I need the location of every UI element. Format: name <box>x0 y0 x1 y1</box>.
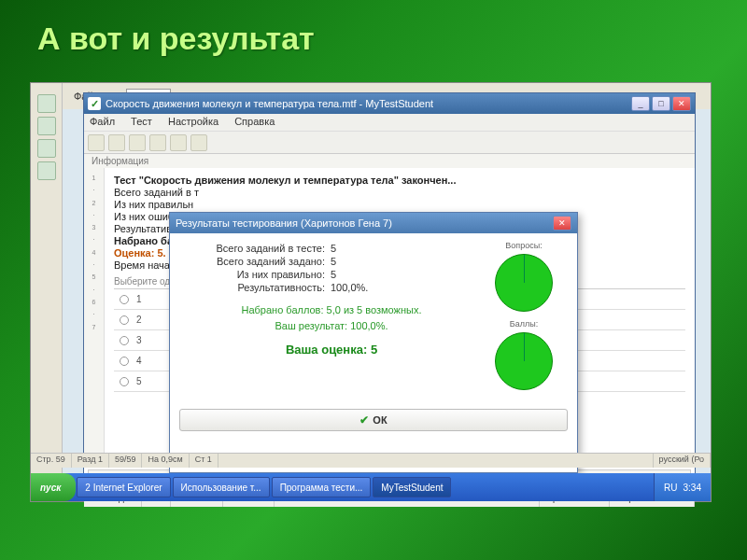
status-cell: Стр. 59 <box>31 454 72 468</box>
app-icon: ✓ <box>88 97 101 110</box>
score-line: Набрано баллов: 5,0 из 5 возможных. <box>181 302 482 318</box>
chart-label: Вопросы: <box>482 241 566 250</box>
option-label: 5 <box>136 376 142 386</box>
radio-icon[interactable] <box>120 315 129 325</box>
status-cell: 59/59 <box>109 454 143 468</box>
menu-bar: Файл Тест Настройка Справка <box>84 114 695 132</box>
toolbar <box>84 132 695 154</box>
dialog-close-button[interactable]: ✕ <box>553 216 571 231</box>
radio-icon[interactable] <box>120 295 129 304</box>
dialog-titlebar: Результаты тестирования (Харитонов Гена … <box>170 213 577 233</box>
start-button[interactable]: пуск <box>31 473 76 501</box>
taskbar-item[interactable]: Программа тести... <box>272 477 372 497</box>
status-cell: На 0,9см <box>142 454 189 468</box>
option-label: 1 <box>136 294 142 304</box>
stat-value: 5 <box>331 243 336 254</box>
stat-label: Всего заданий задано: <box>181 256 331 267</box>
presentation-screenshot: Файл 75% ✓ Скорость движения молекул и т… <box>30 82 712 502</box>
tool-icon[interactable] <box>37 139 56 158</box>
taskbar-item[interactable]: MyTestStudent <box>373 477 451 497</box>
status-cell: Разд 1 <box>72 454 109 468</box>
menu-help[interactable]: Справка <box>234 116 275 127</box>
ruler: 1·2·3·4·5·6·7 <box>84 168 105 468</box>
stat-label: Всего заданий в тесте: <box>181 243 331 254</box>
tool-icon[interactable] <box>37 117 56 135</box>
menu-test[interactable]: Тест <box>131 116 152 127</box>
menu-file[interactable]: Файл <box>90 116 115 127</box>
close-button[interactable]: ✕ <box>672 96 691 111</box>
dialog-stats: Всего заданий в тесте:5 Всего заданий за… <box>181 241 482 398</box>
test-title-line: Тест "Скорость движения молекул и темпер… <box>114 175 685 186</box>
minimize-button[interactable]: _ <box>631 96 650 111</box>
radio-icon[interactable] <box>120 357 129 366</box>
text-line: Всего заданий в т <box>114 187 685 198</box>
ok-button[interactable]: ✔ ОК <box>179 409 568 431</box>
start-label: пуск <box>40 483 61 493</box>
radio-icon[interactable] <box>120 377 129 386</box>
outer-status-bar: Стр. 59 Разд 1 59/59 На 0,9см Ст 1 русск… <box>31 453 711 468</box>
taskbar-item[interactable]: 2 Internet Explorer <box>77 477 170 497</box>
system-tray[interactable]: RU 3:34 <box>654 473 711 501</box>
window-titlebar: ✓ Скорость движения молекул и температур… <box>84 93 695 114</box>
stat-label: Результативность: <box>181 282 331 293</box>
windows-taskbar: пуск 2 Internet Explorer Использование т… <box>31 473 711 501</box>
lang-indicator[interactable]: RU <box>664 483 677 493</box>
status-cell: Ст 1 <box>190 454 218 468</box>
dialog-title: Результаты тестирования (Харитонов Гена … <box>176 217 392 229</box>
final-grade: Ваша оценка: 5 <box>181 343 482 357</box>
tool-icon[interactable] <box>37 161 56 180</box>
radio-icon[interactable] <box>120 336 129 345</box>
toolbar-icon[interactable] <box>108 134 125 151</box>
stat-value: 5 <box>331 269 336 280</box>
info-label: Информация <box>84 154 695 168</box>
check-icon: ✔ <box>359 413 369 427</box>
points-pie-chart <box>495 332 553 390</box>
maximize-button[interactable]: □ <box>652 96 670 111</box>
dialog-charts: Вопросы: Баллы: <box>482 241 566 398</box>
option-label: 2 <box>136 315 142 325</box>
option-label: 3 <box>136 335 142 345</box>
stat-value: 5 <box>331 256 336 267</box>
taskbar-item[interactable]: Использование т... <box>173 477 270 497</box>
option-label: 4 <box>136 356 142 366</box>
clock[interactable]: 3:34 <box>684 483 701 493</box>
stat-value: 100,0%. <box>331 282 368 293</box>
chart-label: Баллы: <box>482 319 566 329</box>
score-line: Ваш результат: 100,0%. <box>181 318 482 334</box>
toolbar-icon[interactable] <box>170 134 187 151</box>
toolbar-icon[interactable] <box>149 134 166 151</box>
toolbar-icon[interactable] <box>88 134 105 151</box>
questions-pie-chart <box>495 254 553 312</box>
window-title: Скорость движения молекул и температура … <box>106 98 433 109</box>
toolbar-icon[interactable] <box>190 134 207 151</box>
stat-label: Из них правильно: <box>181 269 331 280</box>
toolbar-icon[interactable] <box>129 134 146 151</box>
menu-settings[interactable]: Настройка <box>168 116 218 127</box>
text-line: Из них правильн <box>114 199 685 210</box>
ok-label: ОК <box>373 414 387 426</box>
outer-app-sidebar <box>31 83 63 501</box>
results-dialog: Результаты тестирования (Харитонов Гена … <box>169 212 578 473</box>
status-cell: русский (Ро <box>654 454 711 468</box>
score-summary: Набрано баллов: 5,0 из 5 возможных. Ваш … <box>181 302 482 333</box>
slide-heading: А вот и результат <box>0 0 747 64</box>
tool-icon[interactable] <box>37 94 56 113</box>
